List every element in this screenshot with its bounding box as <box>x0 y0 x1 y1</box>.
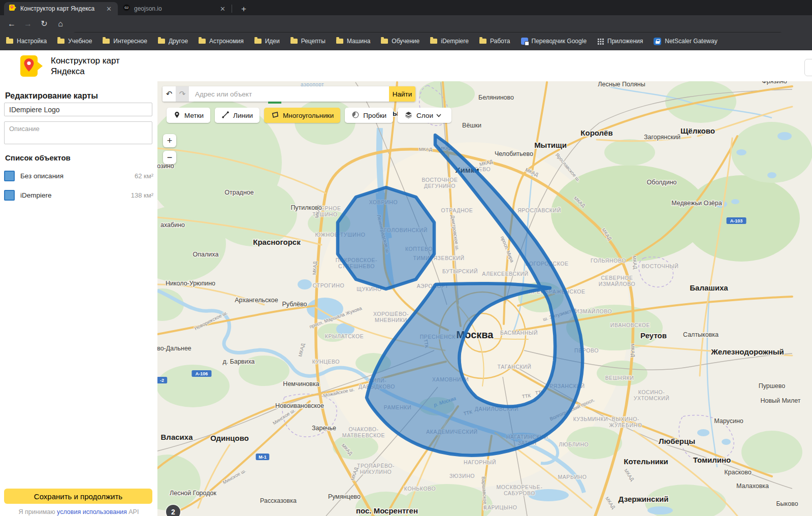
find-button[interactable]: Найти <box>389 86 415 102</box>
map-label: ОТРАДНОЕ <box>441 207 473 213</box>
search-input[interactable] <box>189 86 389 102</box>
tool-label: Пробки <box>363 112 386 119</box>
map-label: СЕВЕРНОЕ <box>601 275 633 281</box>
bookmark-item[interactable]: Переводчик Google <box>521 38 587 45</box>
map-canvas[interactable]: БИБИРЕВОВОСТОЧНОЕДЕГУНИНООТРАДНОЕЯРОСЛАВ… <box>157 81 812 516</box>
road-badge-label: А-103 <box>730 218 743 223</box>
pin-icon <box>173 111 184 120</box>
browser-tab-1[interactable]: Конструктор карт Яндекса✕ <box>4 2 118 15</box>
map-label: д. Барвиха <box>222 358 254 365</box>
vertex-marker-badge[interactable]: 2 <box>166 505 180 516</box>
map-label: ЯРОСЛАВСКИЙ <box>517 207 561 213</box>
bookmark-label: Рецепты <box>301 38 326 45</box>
bookmark-item[interactable]: Другое <box>158 38 188 45</box>
chevron-down-icon <box>436 114 445 117</box>
tool-button-layers[interactable]: Слои <box>398 108 451 123</box>
bookmark-item[interactable]: iDempiere <box>430 38 469 45</box>
bookmark-item[interactable]: Астрономия <box>199 38 244 45</box>
bookmark-item[interactable]: Учебное <box>57 38 92 45</box>
bookmark-item[interactable]: Рецепты <box>290 38 326 45</box>
save-button[interactable]: Сохранить и продолжить <box>4 489 152 504</box>
back-icon[interactable]: ← <box>5 17 18 30</box>
map-label: МКАД <box>632 255 638 270</box>
tab-close-icon[interactable]: ✕ <box>219 5 226 13</box>
bookmark-label: iDempiere <box>441 38 469 45</box>
map-label: Беляниново <box>478 94 514 101</box>
bookmark-label: Астрономия <box>209 38 244 45</box>
object-list-item[interactable]: iDempiere138 км² <box>0 185 157 205</box>
folder-icon <box>336 39 343 44</box>
forward-icon[interactable]: → <box>21 17 35 30</box>
map-label: Рублёво <box>282 301 307 308</box>
bookmark-label: Переводчик Google <box>532 38 587 45</box>
bookmark-item[interactable]: NetScaler Gateway <box>654 38 717 45</box>
map-label: МКАД <box>630 343 636 357</box>
bookmark-item[interactable]: Приложения <box>597 38 643 45</box>
map-label: во-Дальнее <box>157 345 191 352</box>
tool-button-pin[interactable]: Метки <box>167 108 210 123</box>
map-label: Загорянский <box>644 134 680 141</box>
tab-close-icon[interactable]: ✕ <box>105 5 113 13</box>
map-label: Лесные Поляны <box>598 81 645 88</box>
tool-label: Линии <box>233 112 253 119</box>
polygon-circle <box>338 187 434 289</box>
map-label: Пуршево <box>759 382 786 390</box>
bookmark-label: Идеи <box>265 38 280 45</box>
bookmark-item[interactable]: Обучение <box>381 38 419 45</box>
undo-button[interactable]: ↶ <box>163 86 176 102</box>
folder-icon <box>103 39 110 44</box>
terms-note: Я принимаю условия использования API <box>0 508 157 515</box>
bookmark-item[interactable]: Идеи <box>254 38 280 45</box>
tool-button-polygon[interactable]: Многоугольники <box>264 108 340 123</box>
browser-tab-2[interactable]: GJgeojson.io✕ <box>118 2 232 15</box>
map-label: ЖУЛЕБИНО <box>609 422 642 428</box>
terms-link[interactable]: условия использования <box>57 508 127 515</box>
map-name-input[interactable] <box>4 103 152 116</box>
bookmark-label: Работа <box>490 38 510 45</box>
redo-button[interactable]: ↷ <box>176 86 189 102</box>
map-label: ВЫХИНО- <box>612 416 639 422</box>
map-label: НАГОРНЫЙ <box>464 459 496 465</box>
new-tab-button[interactable]: + <box>238 4 250 16</box>
map-label: УХТОМСКИЙ <box>634 395 670 401</box>
object-area: 62 км² <box>135 172 153 180</box>
object-name: iDempiere <box>20 191 52 199</box>
tool-button-traffic[interactable]: Пробки <box>345 108 393 123</box>
map-label: МАТВЕЕВСКОЕ <box>342 432 385 438</box>
map-tools-row: МеткиЛинииМногоугольникиПробкиСлои <box>167 108 456 123</box>
map-label: ВОСТОЧНЫЙ <box>642 263 679 269</box>
map-label: ВОСТОЧНОЕ <box>421 177 458 183</box>
bookmark-label: Настройка <box>17 38 47 45</box>
map-label: Вёшки <box>462 122 481 129</box>
map-label: АЛЕКСЕЕВСКИЙ <box>482 271 528 277</box>
bookmark-item[interactable]: Настройка <box>6 38 47 45</box>
objects-list: Без описания62 км²iDempiere138 км² <box>0 166 157 205</box>
zoom-out-button[interactable]: − <box>163 151 176 164</box>
bookmark-label: Интересное <box>113 38 147 45</box>
object-color-swatch <box>4 190 15 201</box>
map-label: КУЗЬМИНКИ <box>573 416 608 422</box>
map-label: САБУРОВО <box>504 490 535 496</box>
bookmark-item[interactable]: Машина <box>336 38 370 45</box>
tool-button-line[interactable]: Линии <box>215 108 259 123</box>
map-description-input[interactable] <box>4 121 152 144</box>
map-label: ВЕШНЯКИ <box>605 375 634 381</box>
map-label: ИЗМАЙЛОВО <box>575 308 612 314</box>
home-icon[interactable]: ⌂ <box>54 17 67 30</box>
map-label: ИЗМАЙЛОВО <box>599 281 635 287</box>
login-button-partial[interactable] <box>804 59 812 76</box>
map-label: Опалиха <box>193 251 219 258</box>
road-badge-label: А-106 <box>196 371 208 376</box>
map-label: Оболдино <box>647 179 677 186</box>
folder-icon <box>57 39 64 44</box>
road-badge-label: -2 <box>160 378 164 383</box>
map-label: СТРОГИНО <box>313 282 344 288</box>
map-search-bar: ↶ ↷ Найти <box>163 86 415 102</box>
map-label: МАРЬИНО <box>558 474 587 480</box>
bookmark-item[interactable]: Интересное <box>103 38 147 45</box>
bookmark-item[interactable]: Работа <box>479 38 510 45</box>
map-label: ДЕГУНИНО <box>424 183 456 189</box>
reload-icon[interactable]: ↻ <box>38 17 51 30</box>
object-list-item[interactable]: Без описания62 км² <box>0 166 157 185</box>
zoom-in-button[interactable]: + <box>163 134 176 147</box>
